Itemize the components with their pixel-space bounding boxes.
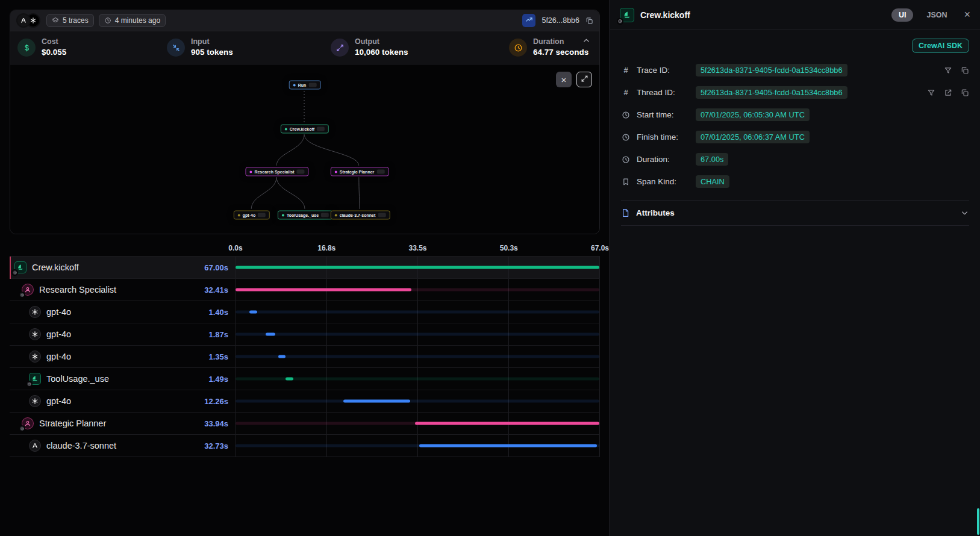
stat-label: Input bbox=[191, 37, 233, 47]
tab-json[interactable]: JSON bbox=[919, 8, 954, 22]
openai-icon bbox=[29, 351, 41, 363]
span-bar-lane bbox=[236, 346, 600, 367]
copy-icon[interactable] bbox=[961, 66, 969, 75]
timeline-row[interactable]: Strategic Planner 33.94s bbox=[10, 413, 600, 435]
field-label: Span Kind: bbox=[637, 177, 690, 186]
filter-icon[interactable] bbox=[944, 66, 952, 75]
span-name: gpt-4o bbox=[46, 307, 71, 317]
span-name: Crew.kickoff bbox=[32, 263, 79, 272]
crew-icon bbox=[620, 8, 634, 22]
file-icon bbox=[621, 208, 630, 217]
anthropic-icon bbox=[29, 440, 41, 452]
tab-ui[interactable]: UI bbox=[891, 8, 914, 22]
openai-icon bbox=[29, 328, 41, 340]
detail-title: Crew.kickoff bbox=[640, 10, 690, 20]
hash-icon: # bbox=[621, 66, 631, 75]
filter-icon[interactable] bbox=[927, 89, 935, 97]
graph-node[interactable]: ToolUsage._use bbox=[278, 211, 333, 220]
stat-label: Cost bbox=[42, 37, 66, 47]
graph-edges bbox=[10, 64, 599, 234]
span-name: claude-3.7-sonnet bbox=[46, 441, 116, 450]
graph-node[interactable]: Research Specialist bbox=[245, 167, 308, 176]
timeline-row[interactable]: ToolUsage._use 1.49s bbox=[10, 368, 600, 390]
tokens-in-icon bbox=[167, 39, 185, 57]
field-label: Trace ID: bbox=[637, 66, 690, 75]
detail-field: Start time: 07/01/2025, 06:05:30 AM UTC bbox=[621, 104, 969, 126]
timeline-row[interactable]: gpt-4o 1.40s bbox=[10, 301, 600, 323]
graph-node[interactable]: Crew.kickoff bbox=[281, 125, 329, 134]
trace-main-panel: 5 traces 4 minutes ago 5f26...8bb6 Cost … bbox=[0, 0, 610, 536]
field-value-badge: 67.00s bbox=[696, 153, 728, 166]
stat-duration: Duration 64.77 seconds bbox=[509, 37, 588, 58]
timeline-row[interactable]: Crew.kickoff 67.00s bbox=[10, 257, 600, 279]
copy-trace-id-icon[interactable] bbox=[585, 17, 593, 25]
bar-track bbox=[236, 333, 599, 336]
stats-row: Cost $0.055 Input 905 tokens Output 10,0… bbox=[10, 31, 599, 64]
stat-value: $0.055 bbox=[42, 47, 66, 58]
span-duration: 32.41s bbox=[204, 285, 236, 294]
traces-count-badge[interactable]: 5 traces bbox=[46, 14, 94, 27]
field-value-badge: 5f2613da-8371-9405-fcdd-0a1534cc8bb6 bbox=[696, 86, 847, 99]
span-name: gpt-4o bbox=[46, 329, 71, 339]
clock-icon bbox=[509, 39, 527, 57]
field-value-badge: 07/01/2025, 06:06:37 AM UTC bbox=[696, 131, 810, 143]
field-label: Thread ID: bbox=[637, 88, 690, 97]
clock-icon bbox=[621, 133, 631, 142]
timeline-row[interactable]: gpt-4o 12.26s bbox=[10, 390, 600, 413]
panel-scrollbar-thumb[interactable] bbox=[977, 508, 979, 535]
external-link-icon[interactable] bbox=[944, 89, 952, 97]
graph-node[interactable]: claude-3.7-sonnet bbox=[331, 211, 390, 220]
expand-graph-button[interactable] bbox=[576, 72, 592, 87]
trace-age-badge[interactable]: 4 minutes ago bbox=[99, 14, 166, 27]
axis-tick: 16.8s bbox=[317, 244, 336, 252]
dollar-icon bbox=[17, 39, 36, 57]
detail-field: Finish time: 07/01/2025, 06:06:37 AM UTC bbox=[621, 126, 969, 148]
close-panel-icon[interactable]: × bbox=[964, 8, 970, 21]
graph-controls: × bbox=[556, 72, 592, 87]
close-graph-button[interactable]: × bbox=[556, 72, 572, 87]
bar-track bbox=[236, 400, 599, 403]
axis-tick: 33.5s bbox=[408, 244, 426, 252]
stat-label: Output bbox=[355, 37, 408, 47]
duration-bar bbox=[278, 355, 286, 358]
duration-bar bbox=[343, 400, 410, 403]
timeline-row[interactable]: Research Specialist 32.41s bbox=[10, 279, 600, 301]
duration-bar bbox=[236, 288, 411, 291]
graph-node[interactable]: gpt-4o bbox=[234, 211, 270, 220]
copy-icon[interactable] bbox=[961, 89, 969, 97]
crew-icon bbox=[14, 261, 27, 273]
field-label: Finish time: bbox=[637, 132, 690, 142]
stat-value: 64.77 seconds bbox=[533, 47, 588, 58]
span-duration: 1.40s bbox=[208, 308, 236, 317]
span-bar-lane bbox=[236, 435, 600, 457]
collapse-stats-icon[interactable] bbox=[582, 36, 591, 45]
tokens-out-icon bbox=[331, 39, 349, 57]
metrics-button[interactable] bbox=[522, 14, 535, 27]
field-value-badge: 07/01/2025, 06:05:30 AM UTC bbox=[696, 108, 810, 121]
trace-age-label: 4 minutes ago bbox=[115, 16, 160, 25]
timeline-axis: 0.0s16.8s33.5s50.3s67.0s bbox=[10, 240, 600, 256]
hash-icon: # bbox=[621, 88, 631, 97]
duration-bar bbox=[236, 266, 599, 269]
openai-icon bbox=[29, 306, 41, 318]
tool-icon bbox=[29, 373, 41, 385]
attributes-section-toggle[interactable]: Attributes bbox=[621, 200, 969, 226]
span-bar-lane bbox=[236, 301, 600, 323]
stat-value: 905 tokens bbox=[191, 47, 233, 58]
timeline-row[interactable]: gpt-4o 1.87s bbox=[10, 323, 600, 346]
trace-short-id: 5f26...8bb6 bbox=[541, 16, 579, 25]
attributes-label: Attributes bbox=[636, 208, 675, 217]
span-name: Strategic Planner bbox=[39, 419, 106, 428]
span-bar-lane bbox=[236, 368, 600, 390]
detail-panel-body: CrewAI SDK # Trace ID: 5f2613da-8371-940… bbox=[610, 30, 980, 235]
timeline-row[interactable]: claude-3.7-sonnet 32.73s bbox=[10, 435, 600, 457]
axis-tick: 0.0s bbox=[228, 244, 242, 252]
timeline-row[interactable]: gpt-4o 1.35s bbox=[10, 346, 600, 368]
timeline-rows: Crew.kickoff 67.00s Research Specialist … bbox=[10, 256, 600, 457]
graph-node[interactable]: Run bbox=[289, 81, 321, 90]
field-value-badge: CHAIN bbox=[696, 175, 729, 188]
duration-bar bbox=[266, 333, 276, 336]
span-duration: 1.87s bbox=[208, 330, 236, 339]
graph-node[interactable]: Strategic Planner bbox=[331, 167, 389, 176]
field-label: Duration: bbox=[637, 155, 690, 164]
